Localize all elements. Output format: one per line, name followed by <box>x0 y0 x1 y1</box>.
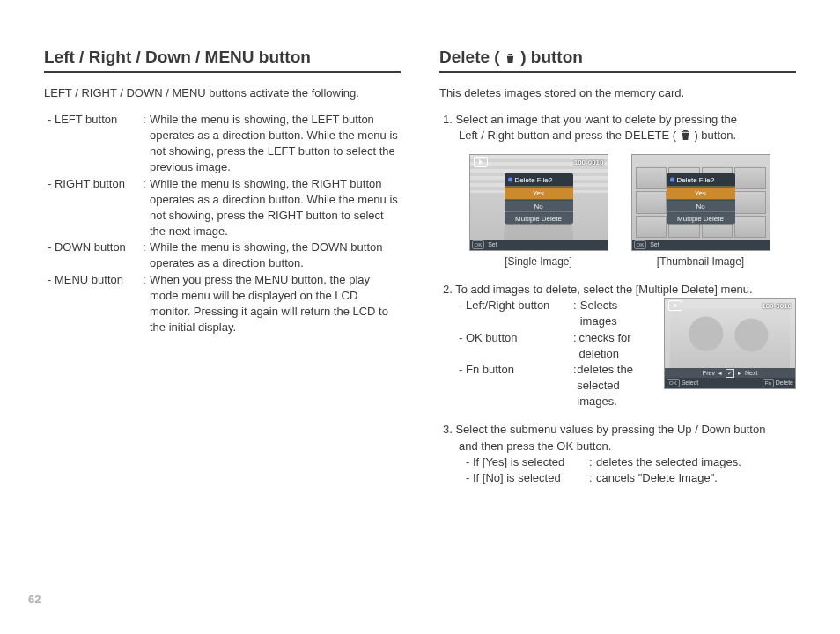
photo-couple-placeholder <box>670 309 790 374</box>
lcd-thumbnail: Delete File? Yes No Multiple Delete OK S… <box>631 154 770 251</box>
trash-icon <box>681 129 690 141</box>
sub-sep: : <box>573 298 580 329</box>
lcd-topbar: 100-0010 <box>665 300 795 311</box>
def-body: While the menu is showing, the DOWN butt… <box>150 240 401 271</box>
lcd-bottombar: OK Set <box>632 240 770 250</box>
def-right-button: - RIGHT button : While the menu is showi… <box>48 176 401 240</box>
dialog-option-no: No <box>505 199 573 211</box>
set-label: Set <box>650 240 659 249</box>
dialog-option-no: No <box>667 199 735 211</box>
delete-dialog: Delete File? Yes No Multiple Delete <box>667 173 735 225</box>
sub-ok: - OK button : checks for deletion <box>459 330 655 362</box>
dialog-title: Delete File? <box>667 173 735 187</box>
right-intro: This deletes images stored on the memory… <box>439 85 796 101</box>
def-sep: : <box>143 176 150 240</box>
dialog-dot-icon <box>508 178 512 182</box>
set-label: Set <box>488 240 497 249</box>
sub-body: deletes the selected images. <box>596 454 741 470</box>
sub-fn: - Fn button : deletes the selected image… <box>459 362 655 410</box>
def-label: - DOWN button <box>48 240 143 271</box>
dialog-title-text: Delete File? <box>677 175 715 185</box>
step-2-lead: 2. To add images to delete, select the [… <box>443 282 796 298</box>
step-2-subdefs: - Left/Right button : Selects images - O… <box>443 298 655 409</box>
dialog-option-yes: Yes <box>667 187 735 199</box>
play-icon <box>474 157 488 167</box>
step-1-line1: 1. Select an image that you want to dele… <box>443 112 796 128</box>
step-1-line2-pre: Left / Right button and press the DELETE… <box>459 129 676 142</box>
step-1: 1. Select an image that you want to dele… <box>439 112 796 269</box>
fn-keycap: Fn <box>763 379 774 387</box>
step-2: 2. To add images to delete, select the [… <box>439 282 796 410</box>
step-3-line2: and then press the OK button. <box>443 439 796 454</box>
def-sep: : <box>143 112 150 176</box>
dialog-option-yes: Yes <box>505 187 573 199</box>
def-label: - RIGHT button <box>48 176 143 240</box>
sub-label: - OK button <box>459 330 573 362</box>
sub-yes: - If [Yes] is selected : deletes the sel… <box>466 454 796 470</box>
dialog-title-text: Delete File? <box>515 175 553 185</box>
sub-label: - Fn button <box>459 362 573 410</box>
caption-thumbnail: [Thumbnail Image] <box>631 254 770 269</box>
def-sep: : <box>143 240 150 271</box>
heading-right-pre: Delete ( <box>439 48 500 66</box>
dialog-option-multiple: Multiple Delete <box>505 211 573 224</box>
step1-screens: 100-0010 Delete File? Yes No Multiple De… <box>443 154 796 269</box>
sub-label: - If [Yes] is selected <box>466 454 589 470</box>
lcd-multiple-delete: 100-0010 Prev ◂ ✓ ▸ Next OK Select <box>664 298 796 389</box>
screen-thumbnail-block: Delete File? Yes No Multiple Delete OK S… <box>631 154 770 269</box>
ok-keycap: OK <box>634 240 647 249</box>
def-body: While the menu is showing, the LEFT butt… <box>150 112 401 176</box>
dialog-title: Delete File? <box>505 173 573 187</box>
button-definitions: - LEFT button : While the menu is showin… <box>44 112 401 336</box>
heading-right-post: ) button <box>520 48 583 66</box>
right-arrow-icon: ▸ <box>738 369 741 378</box>
def-label: - LEFT button <box>48 112 143 176</box>
def-menu-button: - MENU button : When you press the MENU … <box>48 272 401 336</box>
step-3-line1: 3. Select the submenu values by pressing… <box>443 422 796 438</box>
image-counter: 100-0010 <box>762 301 792 311</box>
ok-keycap: OK <box>472 240 485 249</box>
step-1-line2-post: ) button. <box>694 129 736 142</box>
sub-sep: : <box>589 470 596 486</box>
step-1-line2: Left / Right button and press the DELETE… <box>443 128 796 144</box>
lcd-single: 100-0010 Delete File? Yes No Multiple De… <box>469 154 608 251</box>
delete-label: Delete <box>776 380 793 386</box>
step-3-sublist: - If [Yes] is selected : deletes the sel… <box>443 454 796 486</box>
trash-icon <box>505 53 515 64</box>
play-icon <box>668 300 682 311</box>
sub-body: checks for deletion <box>578 330 655 362</box>
sub-body: deletes the selected images. <box>577 362 655 410</box>
sub-leftright: - Left/Right button : Selects images <box>459 298 655 329</box>
def-label: - MENU button <box>48 272 143 336</box>
left-column: Left / Right / Down / MENU button LEFT /… <box>44 46 401 599</box>
page-number: 62 <box>28 592 41 608</box>
prev-label: Prev <box>703 369 715 378</box>
sub-no: - If [No] is selected : cancels "Delete … <box>466 470 796 486</box>
select-label: Select <box>682 380 698 386</box>
lcd-bottombar: OK Select Fn Delete <box>665 378 795 388</box>
sub-label: - Left/Right button <box>459 298 573 329</box>
delete-dialog: Delete File? Yes No Multiple Delete <box>505 173 573 225</box>
step-3: 3. Select the submenu values by pressing… <box>439 422 796 486</box>
def-body: When you press the MENU button, the play… <box>150 272 401 336</box>
sub-sep: : <box>589 454 596 470</box>
def-sep: : <box>143 272 150 336</box>
def-body: While the menu is showing, the RIGHT but… <box>150 176 401 240</box>
heading-left: Left / Right / Down / MENU button <box>44 46 401 73</box>
lcd-bottombar: OK Set <box>470 240 608 250</box>
image-counter: 100-0010 <box>574 158 604 167</box>
checkbox-icon: ✓ <box>726 369 734 378</box>
next-label: Next <box>745 369 757 378</box>
right-column: Delete ( ) button This deletes images st… <box>439 46 796 599</box>
def-down-button: - DOWN button : While the menu is showin… <box>48 240 401 271</box>
ok-keycap: OK <box>667 379 680 387</box>
prev-next-strip: Prev ◂ ✓ ▸ Next <box>665 368 795 378</box>
dialog-dot-icon <box>670 178 674 182</box>
heading-right: Delete ( ) button <box>439 46 796 73</box>
def-left-button: - LEFT button : While the menu is showin… <box>48 112 401 176</box>
dialog-option-multiple: Multiple Delete <box>667 211 735 224</box>
left-intro: LEFT / RIGHT / DOWN / MENU buttons activ… <box>44 85 401 101</box>
left-arrow-icon: ◂ <box>718 369 722 378</box>
sub-body: Selects images <box>580 298 655 329</box>
caption-single: [Single Image] <box>469 254 608 269</box>
